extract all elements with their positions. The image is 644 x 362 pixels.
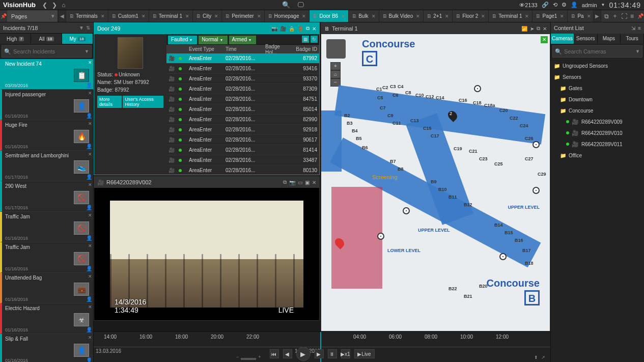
popout-icon[interactable]: ⧉ bbox=[283, 179, 287, 185]
status-tab[interactable]: Faulted bbox=[168, 36, 197, 44]
assignee-icon[interactable]: 👤 bbox=[86, 113, 92, 119]
search-icon[interactable]: 🔍 bbox=[282, 1, 290, 9]
assignee-icon[interactable]: 👤 bbox=[86, 82, 92, 88]
incident-filter[interactable]: All18 bbox=[31, 34, 62, 44]
tabs-scroll-left[interactable]: ◀ bbox=[58, 10, 66, 22]
assignee-icon[interactable]: 👤 bbox=[86, 205, 92, 210]
camera-marker[interactable] bbox=[533, 141, 540, 148]
status-tab[interactable]: Armed bbox=[229, 36, 256, 44]
assignee-icon[interactable]: 👤 bbox=[86, 235, 92, 241]
camera-marker[interactable] bbox=[474, 85, 481, 92]
close-icon[interactable]: ✕ bbox=[88, 182, 92, 187]
popout-icon[interactable]: ⧉ bbox=[306, 25, 310, 32]
page-tab[interactable]: 🗎Bulk Video✕ bbox=[379, 10, 424, 22]
incident-item[interactable]: ✕Electric Hazard☣01/16/2016👤 bbox=[0, 303, 93, 334]
table-row[interactable]: 🎥AreaEnter02/28/2016...93416 bbox=[166, 64, 319, 74]
refresh-icon[interactable]: ↻ bbox=[311, 36, 318, 43]
close-icon[interactable]: ✕ bbox=[88, 213, 92, 218]
page-tab[interactable]: 🗎City✕ bbox=[193, 10, 222, 22]
assignee-icon[interactable]: 👤 bbox=[86, 266, 92, 271]
folder-tree-item[interactable]: 📁Downtown bbox=[551, 94, 644, 105]
expand-icon[interactable]: ⛶ bbox=[621, 13, 627, 20]
close-icon[interactable]: ✕ bbox=[88, 121, 92, 126]
user-dropdown-icon[interactable]: ▼ bbox=[601, 3, 605, 7]
page-tab[interactable]: 🗎Floor 2✕ bbox=[453, 10, 489, 22]
pin-icon[interactable]: 📌 bbox=[0, 10, 7, 22]
incident-item[interactable]: ✕Unattended Bag💼01/16/2016👤 bbox=[0, 273, 93, 303]
camera-icon[interactable]: 📷 bbox=[271, 26, 277, 32]
home-icon[interactable]: ⌂ bbox=[62, 2, 65, 9]
table-row[interactable]: 🎥AreaEnter02/28/2016...82990 bbox=[166, 115, 319, 125]
close-icon[interactable]: ✕ bbox=[302, 14, 306, 19]
close-icon[interactable]: ✕ bbox=[312, 180, 316, 185]
page-tab[interactable]: 🗎Bulk✕ bbox=[349, 10, 379, 22]
lock-icon[interactable]: 🔒 bbox=[289, 26, 295, 32]
camera-marker[interactable] bbox=[499, 253, 507, 260]
page-tab[interactable]: 🗎Pa✕ bbox=[568, 10, 593, 22]
user-label[interactable]: admin bbox=[582, 2, 597, 8]
add-tab-icon[interactable]: ＋ bbox=[612, 12, 618, 20]
assignee-icon[interactable]: 👤 bbox=[86, 296, 92, 302]
folder-tree-item[interactable]: 📁Ungrouped Sensors bbox=[551, 60, 644, 71]
page-tab[interactable]: 🗎Terminals✕ bbox=[66, 10, 108, 22]
incident-item[interactable]: ✕Traffic Jam🚫01/16/2016👤 bbox=[0, 212, 93, 242]
incident-item[interactable]: ✕Huge Fire🔥01/16/2016👤 bbox=[0, 120, 93, 151]
close-icon[interactable]: ✕ bbox=[525, 14, 529, 19]
content-tab[interactable]: Cameras bbox=[551, 34, 574, 44]
close-icon[interactable]: ✕ bbox=[88, 152, 92, 157]
close-icon[interactable]: ✕ bbox=[88, 304, 92, 310]
collapse-icon[interactable]: ⇲ bbox=[631, 25, 635, 31]
table-row[interactable]: 🎥AreaEnter02/28/2016...33487 bbox=[166, 155, 319, 165]
step-fwd-icon[interactable]: ▶ bbox=[314, 349, 323, 358]
pause-icon[interactable]: ⏸ bbox=[327, 349, 337, 358]
map-pan-control[interactable] bbox=[326, 39, 346, 59]
assignee-icon[interactable]: 👤 bbox=[86, 174, 92, 180]
folder-tree-item[interactable]: 📁Gates bbox=[551, 82, 644, 94]
close-icon[interactable]: ✕ bbox=[560, 14, 564, 19]
close-icon[interactable]: ✕ bbox=[88, 243, 92, 248]
folder-tree-item[interactable]: 📁Sensors bbox=[551, 71, 644, 82]
gear-icon[interactable]: ⚙ bbox=[562, 2, 567, 8]
incident-item[interactable]: ✕Semitrailer and Lamborghini👟01/17/2016👤 bbox=[0, 151, 93, 181]
close-icon[interactable]: ✕ bbox=[185, 14, 189, 19]
incident-item[interactable]: ✕Injured passenger👤01/16/2016👤 bbox=[0, 90, 93, 120]
close-icon[interactable]: ✕ bbox=[101, 14, 105, 19]
table-row[interactable]: 🎥AreaEnter02/28/2016...84751 bbox=[166, 94, 319, 104]
speed-button[interactable]: ▶x1 bbox=[341, 349, 350, 358]
page-tab[interactable]: 🗎Terminal 1✕ bbox=[489, 10, 533, 22]
wifi-icon[interactable]: 📶 bbox=[521, 26, 527, 32]
incident-item[interactable]: ✕New Incident 74📋03/09/2016👤 bbox=[0, 59, 93, 90]
close-icon[interactable]: ✕ bbox=[416, 14, 420, 19]
pages-dropdown[interactable]: Pages bbox=[7, 10, 58, 22]
live-button[interactable]: ▶ Live bbox=[354, 349, 374, 358]
search-dropdown-icon[interactable]: ▼ bbox=[635, 49, 640, 54]
monitor-icon[interactable]: 🖵 bbox=[297, 1, 304, 9]
folder-tree-item[interactable]: 📁Concourse bbox=[551, 105, 644, 116]
zoom-in-icon[interactable]: + bbox=[330, 62, 341, 70]
content-search-input[interactable] bbox=[564, 48, 635, 54]
back-icon[interactable]: ❮ bbox=[42, 2, 47, 9]
content-tab[interactable]: Sensors bbox=[574, 34, 598, 44]
camera-tree-item[interactable]: 🎥R664220289V009 bbox=[551, 116, 644, 127]
video-icon[interactable]: 🎥 bbox=[280, 26, 286, 32]
page-tab[interactable]: 🗎Homepage✕ bbox=[265, 10, 310, 22]
more-details-button[interactable]: More details bbox=[97, 96, 122, 108]
incident-search-input[interactable] bbox=[13, 48, 85, 54]
close-icon[interactable]: ✕ bbox=[88, 60, 92, 65]
close-icon[interactable]: ✕ bbox=[88, 335, 92, 340]
page-tab[interactable]: 🗎Custom1✕ bbox=[108, 10, 149, 22]
page-tab[interactable]: 🗎2+1✕ bbox=[424, 10, 453, 22]
incident-item[interactable]: ✕Slip & Fall👤01/16/2016👤 bbox=[0, 334, 93, 362]
tabs-scroll-right[interactable]: ▶ bbox=[593, 10, 601, 22]
close-icon[interactable]: ✕ bbox=[445, 14, 449, 19]
page-tab[interactable]: 🗎Perimeter✕ bbox=[222, 10, 264, 22]
menu-icon[interactable]: ≡ bbox=[630, 13, 634, 20]
close-icon[interactable]: ✕ bbox=[214, 14, 218, 19]
table-row[interactable]: 🎥AreaEnter02/28/2016...90617 bbox=[166, 135, 319, 145]
arrow-icon[interactable]: ➤ bbox=[530, 26, 534, 32]
close-icon[interactable]: ✕ bbox=[88, 274, 92, 279]
incident-search[interactable]: 🔍 ▼ bbox=[2, 45, 92, 58]
table-row[interactable]: 🎥AreaEnter02/28/2016...81414 bbox=[166, 145, 319, 155]
close-icon[interactable]: ✕ bbox=[543, 26, 547, 32]
search-dropdown-icon[interactable]: ▼ bbox=[85, 49, 89, 54]
